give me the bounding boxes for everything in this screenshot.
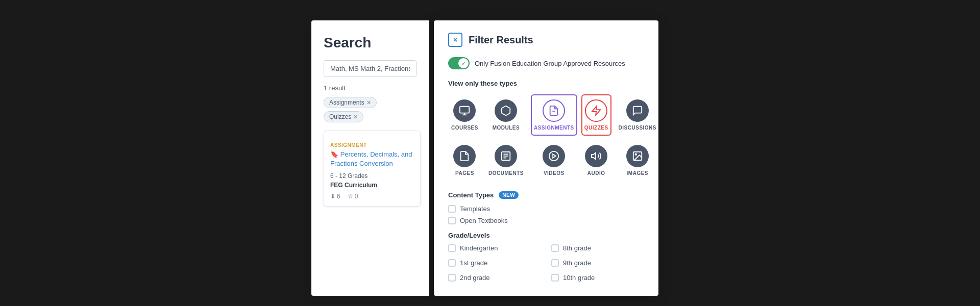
8th-grade-row: 8th grade xyxy=(551,244,644,252)
filter-tag-assignments[interactable]: Assignments ✕ xyxy=(324,97,377,108)
9th-grade-checkbox[interactable] xyxy=(551,259,559,267)
result-count: 1 result xyxy=(324,84,416,92)
svg-point-13 xyxy=(635,154,636,155)
type-videos[interactable]: VIDEOS xyxy=(531,140,577,181)
2nd-grade-checkbox[interactable] xyxy=(448,274,456,282)
quizzes-label: QUIZZES xyxy=(584,125,608,131)
content-types-header: Content Types NEW xyxy=(448,191,644,199)
toggle-knob: ✓ xyxy=(458,58,469,68)
assignments-icon xyxy=(543,99,565,122)
remove-assignments-icon[interactable]: ✕ xyxy=(366,99,371,106)
approved-row: ✓ Only Fusion Education Group Approved R… xyxy=(448,57,644,69)
search-input[interactable] xyxy=(324,60,416,77)
8th-grade-label: 8th grade xyxy=(563,244,591,252)
svg-point-9 xyxy=(549,151,558,161)
filter-tag-label: Assignments xyxy=(329,99,364,106)
2nd-grade-label: 2nd grade xyxy=(460,274,490,282)
toggle-check-icon: ✓ xyxy=(461,61,465,66)
download-icon: ⬇ xyxy=(330,193,335,200)
filter-close-button[interactable]: × xyxy=(448,33,462,47)
type-pages[interactable]: PAGES xyxy=(448,140,481,181)
audio-label: AUDIO xyxy=(587,170,605,176)
type-assignments[interactable]: ASSIGNMENTS xyxy=(531,94,577,136)
kindergarten-label: Kindergarten xyxy=(460,244,498,252)
card-curriculum: FEG Curriculum xyxy=(330,182,414,189)
type-images[interactable]: IMAGES xyxy=(616,140,659,181)
svg-marker-4 xyxy=(592,106,601,115)
approved-label: Only Fusion Education Group Approved Res… xyxy=(475,60,625,67)
card-type-label: ASSIGNMENT xyxy=(330,142,414,148)
10th-grade-label: 10th grade xyxy=(563,274,595,282)
search-panel: Search 1 result Assignments ✕ Quizzes ✕ … xyxy=(311,20,429,296)
videos-icon xyxy=(543,145,565,167)
1st-grade-checkbox[interactable] xyxy=(448,259,456,267)
9th-grade-label: 9th grade xyxy=(563,259,591,267)
documents-label: DOCUMENTS xyxy=(488,170,524,176)
svg-marker-11 xyxy=(592,153,596,160)
type-courses[interactable]: COURSES xyxy=(448,94,481,136)
videos-label: VIDEOS xyxy=(544,170,565,176)
1st-grade-label: 1st grade xyxy=(460,259,487,267)
type-audio[interactable]: AUDIO xyxy=(581,140,611,181)
card-title[interactable]: 🔖 Percents, Decimals, and Fractions Conv… xyxy=(330,150,414,168)
search-title: Search xyxy=(324,35,416,51)
10th-grade-checkbox[interactable] xyxy=(551,274,559,282)
type-documents[interactable]: DOCUMENTS xyxy=(485,140,527,181)
card-stars: ☆ 0 xyxy=(348,193,358,200)
card-downloads: ⬇ 6 xyxy=(330,193,340,200)
templates-label: Templates xyxy=(460,205,490,213)
svg-rect-0 xyxy=(460,107,469,113)
card-stats: ⬇ 6 ☆ 0 xyxy=(330,193,414,200)
courses-icon xyxy=(453,99,476,122)
9th-grade-row: 9th grade xyxy=(551,259,644,267)
remove-quizzes-icon[interactable]: ✕ xyxy=(353,114,358,120)
audio-icon xyxy=(585,145,607,167)
approved-toggle[interactable]: ✓ xyxy=(448,57,470,69)
1st-grade-row: 1st grade xyxy=(448,259,541,267)
templates-checkbox[interactable] xyxy=(448,205,456,213)
pages-icon xyxy=(453,145,476,167)
open-textbooks-checkbox[interactable] xyxy=(448,217,456,224)
pages-label: PAGES xyxy=(455,170,474,176)
kindergarten-checkbox[interactable] xyxy=(448,244,456,252)
filter-tag-label: Quizzes xyxy=(329,113,351,120)
quizzes-icon xyxy=(585,99,607,122)
documents-icon xyxy=(495,145,517,167)
content-types-title: Content Types xyxy=(448,191,494,199)
modules-label: MODULES xyxy=(493,125,520,131)
filter-tags: Assignments ✕ Quizzes ✕ xyxy=(324,97,416,122)
type-discussions[interactable]: DISCUSSIONS xyxy=(616,94,659,136)
card-grades: 6 - 12 Grades xyxy=(330,172,414,180)
view-types-label: View only these types xyxy=(448,80,644,87)
types-grid: COURSES MODULES ASSIGNMENTS QUIZZES xyxy=(448,94,644,181)
discussions-icon xyxy=(626,99,649,122)
type-modules[interactable]: MODULES xyxy=(485,94,527,136)
discussions-label: DISCUSSIONS xyxy=(619,125,656,131)
filter-title: Filter Results xyxy=(469,34,533,46)
open-textbooks-checkbox-row: Open Textbooks xyxy=(448,217,644,224)
assignments-label: ASSIGNMENTS xyxy=(534,125,574,131)
images-label: IMAGES xyxy=(627,170,648,176)
2nd-grade-row: 2nd grade xyxy=(448,274,541,282)
new-badge: NEW xyxy=(499,191,519,199)
10th-grade-row: 10th grade xyxy=(551,274,644,282)
8th-grade-checkbox[interactable] xyxy=(551,244,559,252)
grade-grid: Kindergarten 8th grade 1st grade 9th gra… xyxy=(448,244,644,286)
modules-icon xyxy=(495,99,517,122)
grade-levels-title: Grade/Levels xyxy=(448,232,644,239)
filter-header: × Filter Results xyxy=(448,33,644,47)
result-card: ✓ 📋 ASSIGNMENT 🔖 Percents, Decimals, and… xyxy=(324,131,421,207)
open-textbooks-label: Open Textbooks xyxy=(460,217,508,224)
kindergarten-row: Kindergarten xyxy=(448,244,541,252)
filter-tag-quizzes[interactable]: Quizzes ✕ xyxy=(324,111,363,122)
courses-label: COURSES xyxy=(451,125,478,131)
images-icon xyxy=(626,145,649,167)
templates-checkbox-row: Templates xyxy=(448,205,644,213)
filter-panel: × Filter Results ✓ Only Fusion Education… xyxy=(434,20,658,296)
type-quizzes[interactable]: QUIZZES xyxy=(581,94,611,136)
star-icon: ☆ xyxy=(348,193,353,200)
card-body: ASSIGNMENT 🔖 Percents, Decimals, and Fra… xyxy=(324,131,420,206)
svg-marker-10 xyxy=(553,154,556,158)
